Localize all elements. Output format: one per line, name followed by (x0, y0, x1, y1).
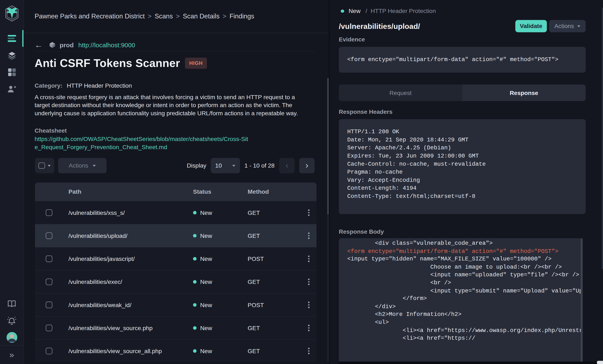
left-panel-scrollbar[interactable] (327, 78, 328, 362)
response-body-scrollbar[interactable] (580, 238, 582, 364)
status-text: New (200, 232, 212, 239)
pagination-range: 1 - 10 of 28 (244, 162, 275, 169)
previous-page-button[interactable]: ‹ (279, 158, 294, 173)
category-row: Category: HTTP Header Protection (35, 82, 132, 89)
breadcrumb-separator: > (173, 12, 183, 20)
row-menu-icon[interactable] (307, 277, 311, 287)
sidebar-footer: » (0, 345, 23, 364)
bulk-actions-button[interactable]: Actions (58, 158, 106, 173)
row-menu-icon[interactable] (307, 231, 311, 241)
row-checkbox[interactable] (46, 210, 52, 216)
row-method: GET (248, 232, 286, 239)
column-status: Status (193, 188, 248, 195)
sidebar-item-profile[interactable] (0, 329, 23, 346)
sidebar-item-dashboard[interactable] (0, 64, 23, 81)
breadcrumb-findings[interactable]: Findings (230, 12, 254, 20)
row-checkbox[interactable] (46, 325, 52, 331)
chevron-down-icon (232, 165, 235, 166)
tab-request[interactable]: Request (339, 85, 462, 101)
column-path: Path (69, 188, 193, 195)
table-header: Path Status Method (35, 182, 316, 201)
row-method: POST (248, 255, 286, 262)
status-text: New (200, 209, 212, 216)
response-body-line: </div> (347, 303, 583, 311)
status-text: New (200, 301, 212, 308)
row-method: GET (248, 209, 286, 216)
row-path: /vulnerabilities/view_source_all.php (69, 347, 193, 354)
row-menu-icon[interactable] (307, 323, 311, 333)
breadcrumb-separator: > (145, 12, 155, 20)
page-size-value: 10 (215, 162, 222, 169)
horizontal-scroll-thumb[interactable] (597, 361, 603, 364)
request-response-tabs: Request Response (339, 85, 586, 101)
response-body-line: Choose an image to upload:<br /><br /> (347, 264, 583, 272)
row-checkbox[interactable] (46, 302, 52, 308)
page-size-select[interactable]: 10 (211, 158, 240, 173)
environment-row: ← prod http://localhost:9000 (35, 39, 316, 52)
row-checkbox[interactable] (46, 279, 52, 285)
right-panel-scrollbar[interactable] (602, 8, 603, 269)
response-body-line: <ul> (347, 319, 583, 327)
table-row[interactable]: /vulnerabilities/upload/ New GET (35, 224, 316, 247)
row-checkbox[interactable] (46, 348, 52, 354)
breadcrumb-scans[interactable]: Scans (155, 12, 173, 20)
table-row[interactable]: /vulnerabilities/javascript/ New POST (35, 247, 316, 270)
tab-response[interactable]: Response (462, 85, 586, 101)
response-header-line: Server: Apache/2.4.25 (Debian) (347, 144, 577, 152)
table-row[interactable]: /vulnerabilities/weak_id/ New POST (35, 293, 316, 316)
row-menu-icon[interactable] (307, 208, 311, 218)
validate-button[interactable]: Validate (515, 20, 547, 33)
collapse-chevrons-icon[interactable]: » (9, 351, 14, 359)
phoenix-logo-icon[interactable] (4, 5, 20, 22)
page-title: Anti CSRF Tokens Scanner (35, 57, 180, 70)
row-method: GET (248, 324, 286, 331)
response-body-line: <li><a href="https:// (347, 335, 583, 343)
response-body-line: <input name="uploaded" type="file" /><br… (347, 271, 583, 279)
next-page-button[interactable]: › (299, 158, 314, 173)
finding-actions-button[interactable]: Actions (549, 20, 586, 33)
table-row[interactable]: /vulnerabilities/xss_s/ New GET (35, 201, 316, 224)
finding-status-row: New / HTTP Header Protection (341, 8, 436, 15)
breadcrumb-scan-details[interactable]: Scan Details (183, 12, 220, 20)
row-menu-icon[interactable] (307, 254, 311, 264)
row-menu-icon[interactable] (307, 346, 311, 356)
row-path: /vulnerabilities/javascript/ (69, 255, 193, 262)
horizontal-scroll-track[interactable] (339, 362, 603, 364)
app-window: » Pawnee Parks and Recreation District >… (0, 0, 603, 364)
user-avatar (6, 332, 17, 343)
table-row[interactable]: /vulnerabilities/view_source_all.php New… (35, 339, 316, 362)
back-arrow-icon[interactable]: ← (35, 40, 43, 50)
severity-badge: HIGH (185, 58, 207, 69)
display-label: Display (187, 162, 206, 169)
table-row[interactable]: /vulnerabilities/exec/ New GET (35, 270, 316, 293)
response-body-line-highlighted: <form enctype="multipart/form-data" acti… (347, 248, 583, 256)
status-dot (193, 326, 197, 330)
response-body-line: <input type="submit" name="Upload" value… (347, 287, 583, 295)
select-all-button[interactable] (35, 158, 54, 173)
sidebar-item-layers[interactable] (0, 47, 23, 64)
row-menu-icon[interactable] (307, 300, 311, 310)
row-checkbox[interactable] (46, 233, 52, 239)
scrollbar-thumb[interactable] (327, 78, 328, 214)
environment-url-link[interactable]: http://localhost:9000 (78, 41, 135, 49)
breadcrumb-org[interactable]: Pawnee Parks and Recreation District (35, 12, 145, 20)
response-header-line: Cache-Control: no-cache, must-revalidate (347, 160, 577, 168)
row-path: /vulnerabilities/view_source.php (69, 324, 193, 331)
evidence-label: Evidence (339, 36, 365, 43)
sidebar-item-notifications[interactable] (0, 312, 23, 329)
sidebar-item-add-user[interactable] (0, 81, 23, 98)
table-row[interactable]: /vulnerabilities/view_source.php New GET (35, 316, 316, 339)
cheatsheet-link[interactable]: https://github.com/OWASP/CheatSheetSerie… (35, 135, 248, 151)
menu-icon (8, 35, 16, 42)
finding-actions-label: Actions (555, 22, 574, 30)
sidebar-item-docs[interactable] (0, 295, 23, 312)
select-all-checkbox (38, 162, 45, 169)
package-cube-icon (49, 41, 56, 48)
response-header-line: HTTP/1.1 200 OK (347, 128, 577, 136)
row-checkbox[interactable] (46, 256, 52, 262)
user-add-icon (7, 85, 16, 93)
book-icon (7, 300, 16, 308)
response-body-line: <h2>More Information</h2> (347, 311, 583, 319)
sidebar-item-menu[interactable] (0, 30, 23, 47)
status-dot (193, 280, 197, 284)
